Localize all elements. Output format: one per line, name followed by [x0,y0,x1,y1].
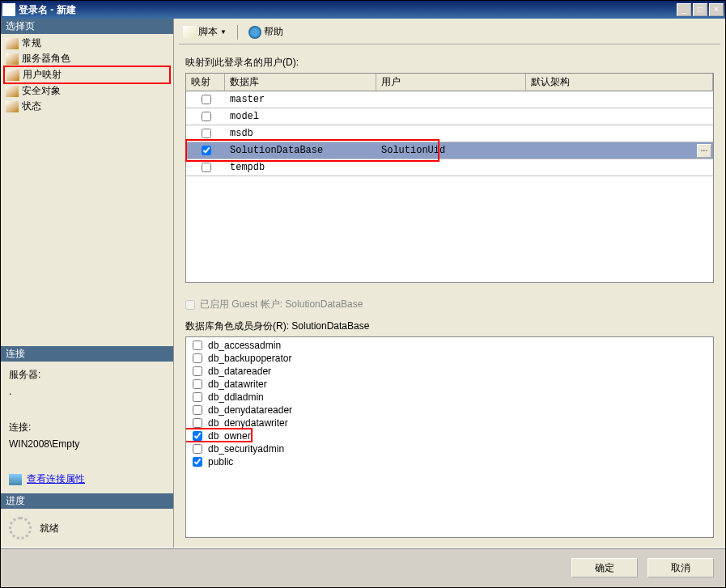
select-page-header: 选择页 [1,19,173,34]
connection-label: 连接: [9,419,165,437]
dropdown-arrow-icon: ▼ [220,28,227,36]
db-cell: tempdb [225,162,376,173]
script-button[interactable]: 脚本 ▼ [180,24,229,40]
role-item[interactable]: db_accessadmin [188,339,711,352]
role-name: db_accessadmin [208,340,281,351]
roles-listbox[interactable]: db_accessadmindb_backupoperatordb_datare… [185,336,714,538]
page-icon [6,53,19,65]
db-cell: master [225,94,376,105]
map-checkbox[interactable] [202,129,211,138]
close-button[interactable]: × [709,3,724,16]
minimize-button[interactable]: _ [677,3,691,16]
map-checkbox[interactable] [202,163,211,172]
mapping-label: 映射到此登录名的用户(D): [185,56,714,70]
nav-label: 状态 [22,99,41,113]
guest-account-row: 已启用 Guest 帐户: SolutionDataBase [185,298,714,311]
grid-body: mastermodelmsdbSolutionDataBaseSolutionU… [186,91,713,282]
roles-db: SolutionDataBase [291,320,369,332]
nav-label: 常规 [22,36,41,50]
titlebar[interactable]: 登录名 - 新建 _ □ × [1,1,725,19]
nav-general[interactable]: 常规 [4,36,170,51]
map-checkbox[interactable] [202,112,211,121]
role-name: db_datawriter [208,379,267,390]
col-schema[interactable]: 默认架构 [526,74,713,91]
role-item[interactable]: db_denydatawriter [188,417,711,429]
nav-server-roles[interactable]: 服务器角色 [4,51,170,66]
table-row[interactable]: msdb [186,125,713,142]
login-new-window: 登录名 - 新建 _ □ × 选择页 常规 服务器角色 用户映射 安全对象 状态… [0,0,726,588]
col-user[interactable]: 用户 [376,74,526,91]
script-label: 脚本 [198,25,218,39]
role-checkbox[interactable] [193,431,202,441]
col-map[interactable]: 映射 [186,74,225,91]
grid-header: 映射 数据库 用户 默认架构 [186,74,713,91]
role-checkbox[interactable] [193,444,202,454]
page-nav-list: 常规 服务器角色 用户映射 安全对象 状态 [1,34,173,116]
main-panel: 脚本 ▼ 帮助 映射到此登录名的用户(D): 映射 数据库 用户 [174,19,725,548]
guest-db: SolutionDataBase [285,298,363,310]
guest-checkbox [185,300,195,310]
role-item[interactable]: db_ddladmin [188,391,711,404]
table-row[interactable]: tempdb [186,159,713,176]
db-cell: SolutionDataBase [225,145,376,156]
map-checkbox[interactable] [202,95,211,104]
table-row[interactable]: SolutionDataBaseSolutionUid... [186,142,713,159]
role-item[interactable]: db_backupoperator [188,352,711,365]
nav-user-mapping[interactable]: 用户映射 [3,66,171,84]
page-icon [6,86,19,97]
table-row[interactable]: model [186,108,713,125]
help-label: 帮助 [264,25,283,39]
help-icon [248,26,261,39]
maximize-button[interactable]: □ [693,3,707,16]
role-checkbox[interactable] [193,353,202,363]
help-button[interactable]: 帮助 [246,24,286,40]
user-cell: SolutionUid [376,145,526,156]
cancel-button[interactable]: 取消 [647,558,714,577]
role-checkbox[interactable] [193,392,202,402]
role-item[interactable]: db_datareader [188,365,711,378]
role-checkbox[interactable] [193,457,202,467]
db-cell: model [225,111,376,122]
server-value: . [9,383,165,401]
schema-browse-button[interactable]: ... [697,144,711,158]
role-checkbox[interactable] [193,341,202,350]
roles-label-row: 数据库角色成员身份(R): SolutionDataBase [185,319,714,333]
roles-label: 数据库角色成员身份(R): [185,320,291,332]
script-icon [183,26,196,39]
properties-icon [9,474,22,485]
sidebar: 选择页 常规 服务器角色 用户映射 安全对象 状态 连接 服务器: . 连接: … [1,19,174,548]
content-area: 映射到此登录名的用户(D): 映射 数据库 用户 默认架构 mastermode… [179,44,720,544]
role-checkbox[interactable] [193,379,202,389]
role-name: db_denydatareader [208,404,292,416]
page-icon [6,70,19,81]
map-checkbox[interactable] [202,146,211,155]
view-connection-properties-link[interactable]: 查看连接属性 [27,471,85,489]
ok-button[interactable]: 确定 [571,558,638,577]
role-name: db_securityadmin [208,443,284,455]
nav-securables[interactable]: 安全对象 [4,83,170,99]
role-name: db_backupoperator [208,353,291,364]
toolbar-separator [237,25,238,40]
connection-info: 服务器: . 连接: WIN2008\Empty 查看连接属性 [1,362,173,493]
table-row[interactable]: master [186,91,713,108]
role-checkbox[interactable] [193,405,202,415]
role-name: db_owner [208,430,251,442]
nav-label: 用户映射 [23,68,62,82]
role-checkbox[interactable] [193,366,202,376]
role-item[interactable]: public [188,455,711,468]
col-db[interactable]: 数据库 [225,74,376,91]
nav-label: 安全对象 [22,84,61,98]
role-item[interactable]: db_datawriter [188,378,711,391]
role-item[interactable]: db_securityadmin [188,442,711,455]
schema-cell: ... [526,144,713,158]
progress-header: 进度 [1,493,173,509]
nav-status[interactable]: 状态 [4,99,170,114]
progress-block: 就绪 [1,509,173,548]
role-item[interactable]: db_owner [188,429,711,442]
toolbar: 脚本 ▼ 帮助 [179,22,720,44]
role-checkbox[interactable] [193,418,202,428]
role-item[interactable]: db_denydatareader [188,404,711,417]
role-name: db_datareader [208,366,271,377]
mapping-grid[interactable]: 映射 数据库 用户 默认架构 mastermodelmsdbSolutionDa… [185,73,714,283]
progress-spinner-icon [9,517,32,539]
